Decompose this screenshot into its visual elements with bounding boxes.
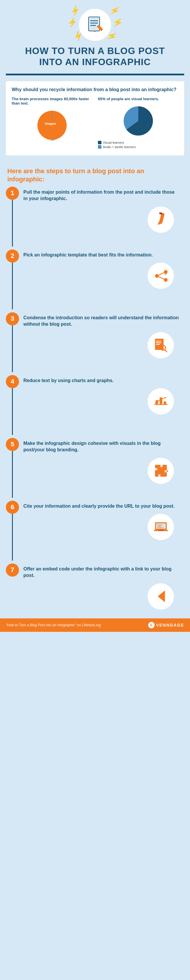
step-2-share-icon xyxy=(153,268,169,284)
step-2-text: Pick an infographic template that best f… xyxy=(23,252,180,258)
legend-audio: Audio + tactile learners xyxy=(98,145,178,149)
step-1-pencil-icon xyxy=(153,212,169,228)
svg-rect-20 xyxy=(156,341,161,342)
lightning-icon-mr: ⚡ xyxy=(112,17,123,28)
step-3-text: Condense the introduction so readers wil… xyxy=(23,315,180,328)
step-7-number-col: 7 xyxy=(6,563,19,577)
why-section: Why should you recycle information from … xyxy=(6,81,184,155)
step-4-row: 4 Reduce text by using charts and graphs… xyxy=(6,375,184,435)
svg-rect-28 xyxy=(163,401,166,404)
why-stats-container: The brain processes images 60,000x faste… xyxy=(12,97,178,150)
step-4-line xyxy=(12,388,13,435)
step-4-content: Reduce text by using charts and graphs. xyxy=(19,375,184,420)
lightning-icon-tr: ⚡ xyxy=(108,5,121,17)
step-5-icon-circle xyxy=(148,458,174,484)
step-7-arrow-icon xyxy=(153,588,169,605)
step-5-text: Make the infographic design cohesive wit… xyxy=(23,440,180,453)
svg-line-24 xyxy=(164,350,167,352)
header-divider xyxy=(6,73,184,75)
step-3-container: 3 Condense the introduction so readers w… xyxy=(0,312,190,372)
step-6-content: Cite your information and clearly provid… xyxy=(19,501,184,546)
legend-audio-dot xyxy=(98,145,101,149)
step-6-row: 6 Cite your information and clearly prov… xyxy=(6,501,184,560)
venngage-logo-letter: V xyxy=(150,623,153,627)
step-4-text: Reduce text by using charts and graphs. xyxy=(23,377,180,384)
step-2-line xyxy=(12,262,13,309)
svg-text:Text: Text xyxy=(50,138,55,142)
legend-visual-label: Visual learners xyxy=(103,141,124,144)
step-6-number-col: 6 xyxy=(6,501,19,560)
step-5-circle: 5 xyxy=(6,438,19,451)
step-5-line xyxy=(12,451,13,498)
step-2-number-col: 2 xyxy=(6,250,19,309)
pie-brain-container: Images Text xyxy=(12,108,92,143)
step-1-icon-circle xyxy=(148,207,174,233)
step-7-container: 7 Offer an embed code under the infograp… xyxy=(0,563,190,616)
step-2-icon-circle xyxy=(148,262,174,289)
venngage-brand-name: VENNGAGE xyxy=(156,623,184,627)
step-1-number-col: 1 xyxy=(6,187,19,247)
header-icon-container: ⚡ ⚡ ⚡ ⚡ ⚡ ⚡ xyxy=(79,9,111,41)
step-6-circle: 6 xyxy=(6,501,19,514)
step-6-line xyxy=(12,514,13,560)
step-3-number-col: 3 xyxy=(6,312,19,372)
stat-visual-label: 65% of people are visual learners. xyxy=(98,97,178,101)
svg-rect-0 xyxy=(89,17,100,31)
pie-visual-container xyxy=(98,103,178,138)
step-3-circle: 3 xyxy=(6,312,19,325)
svg-rect-12 xyxy=(159,212,163,215)
step-5-puzzle-icon xyxy=(153,463,169,479)
header-main-icon xyxy=(79,9,111,41)
step-6-laptop-icon xyxy=(153,519,169,535)
step-2-row: 2 Pick an infographic template that best… xyxy=(6,250,184,309)
step-3-icon-circle xyxy=(148,332,174,358)
step-7-icon-circle xyxy=(148,583,174,609)
svg-rect-27 xyxy=(159,398,162,404)
step-1-line xyxy=(12,200,13,247)
legend-audio-label: Audio + tactile learners xyxy=(103,145,136,149)
step-2-content: Pick an infographic template that best f… xyxy=(19,250,184,295)
header-title: HOW TO TURN A BLOG POST INTO AN INFOGRAP… xyxy=(6,45,184,68)
svg-rect-35 xyxy=(157,525,162,525)
step-1-text: Pull the major points of information fro… xyxy=(23,189,180,202)
svg-rect-22 xyxy=(156,344,160,345)
lightning-icon-ml: ⚡ xyxy=(66,17,78,28)
steps-header: Here are the steps to turn a blog post i… xyxy=(0,161,190,187)
step-5-container: 5 Make the infographic design cohesive w… xyxy=(0,438,190,498)
svg-rect-25 xyxy=(154,404,168,405)
svg-text:Images: Images xyxy=(45,122,56,125)
step-1-content: Pull the major points of information fro… xyxy=(19,187,184,239)
step-7-circle: 7 xyxy=(6,563,19,577)
step-7-text: Offer an embed code under the infographi… xyxy=(23,566,180,579)
step-4-container: 4 Reduce text by using charts and graphs… xyxy=(0,375,190,435)
step-7-row: 7 Offer an embed code under the infograp… xyxy=(6,563,184,616)
step-4-number-col: 4 xyxy=(6,375,19,435)
step-3-content: Condense the introduction so readers wil… xyxy=(19,312,184,364)
step-2-container: 2 Pick an infographic template that best… xyxy=(0,250,190,309)
step-5-row: 5 Make the infographic design cohesive w… xyxy=(6,438,184,498)
step-1-row: 1 Pull the major points of information f… xyxy=(6,187,184,247)
stat-visual: 65% of people are visual learners. xyxy=(98,97,178,150)
header-section: ⚡ ⚡ ⚡ ⚡ ⚡ ⚡ HOW TO TURN A BLOG POST INTO… xyxy=(0,0,190,73)
footer-quote: "How to Turn a Blog Post into an Infogra… xyxy=(6,623,101,627)
svg-rect-37 xyxy=(157,527,163,528)
svg-rect-36 xyxy=(157,526,161,527)
legend-visual-dot xyxy=(98,141,101,144)
step-6-container: 6 Cite your information and clearly prov… xyxy=(0,501,190,560)
svg-rect-21 xyxy=(156,343,161,343)
lightning-icon-tl: ⚡ xyxy=(69,5,81,17)
svg-rect-34 xyxy=(159,530,163,531)
stat-brain-label: The brain processes images 60,000x faste… xyxy=(12,97,92,105)
step-5-content: Make the infographic design cohesive wit… xyxy=(19,438,184,490)
step-6-icon-circle xyxy=(148,514,174,540)
svg-line-17 xyxy=(156,276,166,280)
pie-brain-svg: Images Text xyxy=(35,108,70,143)
step-7-content: Offer an embed code under the infographi… xyxy=(19,563,184,616)
step-3-search-doc-icon xyxy=(153,337,169,353)
step-6-text: Cite your information and clearly provid… xyxy=(23,503,180,509)
svg-marker-38 xyxy=(158,591,165,602)
why-title: Why should you recycle information from … xyxy=(12,87,178,92)
step-1-circle: 1 xyxy=(6,187,19,200)
legend-visual: Visual learners xyxy=(98,141,178,144)
step-4-circle: 4 xyxy=(6,375,19,388)
